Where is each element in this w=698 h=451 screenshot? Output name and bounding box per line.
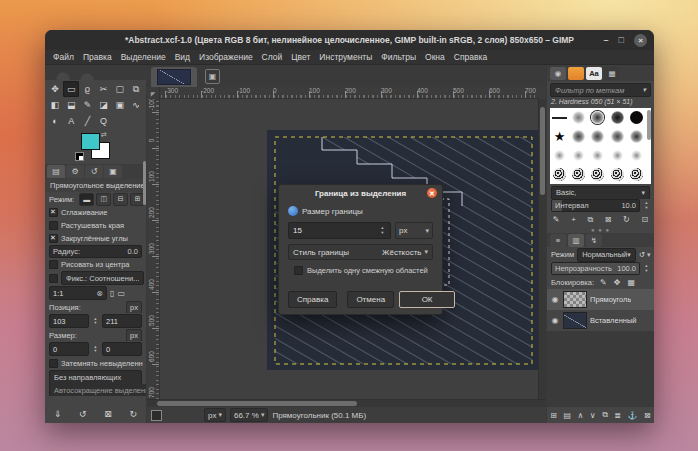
brush-thumbnail[interactable] [588,146,607,165]
border-size-input[interactable]: 15 ▴▾ [288,222,391,239]
opacity-spinner[interactable]: ▴▾ [643,264,650,273]
pencil-tool[interactable]: ✎ [79,97,95,113]
default-colors-icon[interactable] [75,152,84,161]
brush-thumbnail[interactable] [550,146,569,165]
position-x-input[interactable]: 103 [49,314,89,328]
radius-slider[interactable]: Радиус: 0.0 [49,245,142,258]
size-unit-box[interactable]: px [126,329,142,341]
brush-thumbnail[interactable] [569,127,588,146]
quick-mask-button[interactable] [151,410,162,421]
canvas-horizontal-scrollbar[interactable] [147,399,546,407]
ok-button[interactable]: ОК [399,291,455,308]
tab-fonts[interactable]: Aa [586,67,602,80]
bucket-fill-tool[interactable]: ⬓ [63,97,79,113]
portrait-icon[interactable]: ▯ [110,289,114,298]
reset-options-button[interactable]: ↻ [130,409,138,419]
brush-thumbnail[interactable] [627,146,646,165]
tab-paths[interactable]: ↯ [586,234,602,247]
crop-tool[interactable]: ▢ [112,81,128,97]
horizontal-ruler[interactable]: -300-200-1000100200300400500600700 [160,87,539,99]
brush-thumbnail[interactable] [550,165,569,184]
layer-row[interactable]: ◉ Прямоуголь [547,289,654,310]
menu-item[interactable]: Слой [262,52,283,62]
zoom-tool[interactable]: Q [95,113,111,129]
dashboard-tab-icon[interactable]: ▣ [205,69,220,84]
maximize-button[interactable]: □ [619,36,624,45]
brush-thumbnail[interactable] [627,127,646,146]
tab-device-status[interactable]: ⚙ [66,165,84,178]
move-tool[interactable]: ✥ [47,81,63,97]
guides-dropdown[interactable]: Без направляющих [49,370,142,384]
save-preset-button[interactable]: ⇓ [54,409,62,419]
foreground-color-swatch[interactable] [81,133,100,150]
brush-thumbnail[interactable] [608,165,627,184]
transform-tool[interactable]: ⧉ [128,81,144,97]
feather-checkbox[interactable] [49,221,58,230]
title-bar[interactable]: *Abstract.xcf-1.0 (Цвета RGB 8 бит, нели… [45,30,654,50]
layer-mode-dropdown[interactable]: Нормальный▾ [577,248,636,262]
unit-dropdown[interactable]: px▾ [395,222,433,239]
visibility-eye-icon[interactable]: ◉ [550,316,560,325]
rectangle-select-tool[interactable]: ▭ [63,81,79,97]
duplicate-brush-button[interactable]: ⧉ [587,215,593,225]
new-layer-group-button[interactable]: ▤ [563,411,571,420]
image-tab[interactable] [151,67,197,87]
mode-add-button[interactable]: ◫ [96,193,111,206]
lower-layer-button[interactable]: ∨ [590,411,596,420]
brush-thumbnail[interactable] [588,108,607,127]
menu-item[interactable]: Окна [425,52,445,62]
raise-layer-button[interactable]: ∧ [577,411,583,420]
tab-undo-history[interactable]: ↺ [85,165,103,178]
menu-item[interactable]: Изображение [199,52,253,62]
fixed-dropdown[interactable]: Фикс.: Соотношени... [61,271,144,285]
color-area[interactable]: ⇄ [45,130,146,164]
scissors-select-tool[interactable]: ✂ [95,81,111,97]
landscape-icon[interactable]: ▭ [117,289,125,298]
mode-subtract-button[interactable]: ⊟ [113,193,128,206]
brush-thumbnail[interactable] [569,146,588,165]
open-brush-as-image-button[interactable]: ⊡ [641,215,648,224]
brush-thumbnail[interactable] [588,165,607,184]
menu-item[interactable]: Фильтры [381,52,416,62]
smudge-tool[interactable]: ∿ [128,97,144,113]
lock-alpha-icon[interactable]: ▦ [627,278,635,287]
rounded-corners-checkbox[interactable] [49,234,58,243]
text-tool[interactable]: A [63,113,79,129]
tab-channels[interactable]: ▥ [568,234,584,247]
brush-thumbnail[interactable]: ★ [550,127,569,146]
help-button[interactable]: Справка [288,291,337,308]
brush-thumbnail[interactable] [569,165,588,184]
size-h-input[interactable]: 0 [102,342,142,356]
autoshrink-button[interactable]: Автосокращение выделени [49,384,146,396]
anchor-layer-button[interactable]: ⚓ [628,411,638,420]
ratio-input[interactable]: 1:1 ⊗ [49,286,107,300]
brush-set-dropdown[interactable]: Basic,▾ [551,186,650,199]
menu-item[interactable]: Правка [83,52,112,62]
dodge-burn-tool[interactable]: ◐ [47,113,63,129]
ink-tool[interactable]: ╱ [79,113,95,129]
brush-grid-scrollbar[interactable] [647,110,651,140]
highlight-checkbox[interactable] [49,359,58,368]
new-layer-button[interactable]: ⊞ [550,411,557,420]
cancel-button[interactable]: Отмена [347,291,394,308]
vertical-ruler[interactable]: -1000100200300400500600700 [147,99,160,399]
duplicate-layer-button[interactable]: ⧉ [602,410,608,420]
delete-layer-button[interactable]: ⊠ [644,411,651,420]
spacing-spinner[interactable]: ▴▾ [643,201,650,210]
close-button[interactable]: × [634,34,647,47]
border-size-spinner[interactable]: ▴▾ [379,226,386,235]
tag-filter-input[interactable]: Фильтр по меткам▾ [550,83,651,97]
eraser-tool[interactable]: ◪ [95,97,111,113]
menu-item[interactable]: Инструменты [319,52,372,62]
brush-thumbnail[interactable] [588,127,607,146]
fixed-checkbox[interactable] [49,274,58,283]
menu-item[interactable]: Выделение [121,52,166,62]
canvas-vertical-scrollbar[interactable] [538,99,546,399]
clone-tool[interactable]: ▣ [112,97,128,113]
position-y-input[interactable]: 211 [102,314,142,328]
menu-item[interactable]: Цвет [291,52,310,62]
layer-row[interactable]: ◉ Вставленный [547,310,654,331]
brush-thumbnail[interactable] [627,165,646,184]
brush-thumbnail[interactable] [550,108,569,127]
tab-brushes[interactable]: ◉ [550,67,566,80]
